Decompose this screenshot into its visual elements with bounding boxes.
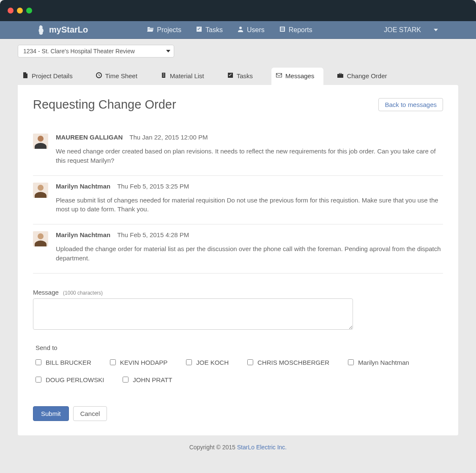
sendto-section: Send to BILL BRUCKER KEVIN HODAPP JOE KO… [33,344,443,383]
recipient-option[interactable]: Marilyn Nachtman [348,359,409,366]
project-select[interactable]: 1234 - St. Clare's Hospital Theater Revi… [18,45,174,57]
tab-tasks[interactable]: Tasks [223,68,262,85]
chevron-down-icon [434,29,438,31]
recipient-checkbox[interactable] [348,359,354,365]
clipboard-icon [160,72,167,80]
recipient-option[interactable]: JOHN PRATT [123,376,172,383]
message-item: MAUREEN GALLIGAN Thu Jan 22, 2015 12:00 … [33,127,443,176]
recipient-name: JOE KOCH [196,359,229,366]
messages-panel: Requesting Change Order Back to messages… [18,85,458,435]
nav-reports-label: Reports [289,26,312,34]
recipient-name: DOUG PERLOWSKI [46,376,104,383]
check-square-icon [196,26,202,34]
user-menu[interactable]: JOE STARK [384,26,438,34]
message-item: Marilyn Nachtman Thu Feb 5, 2015 3:25 PM… [33,176,443,225]
recipient-checkbox[interactable] [36,359,41,365]
nav-users-label: Users [247,26,265,34]
recipient-checkbox[interactable] [36,377,41,383]
submit-button[interactable]: Submit [33,406,69,421]
recipient-option[interactable]: BILL BRUCKER [36,359,91,366]
envelope-icon [276,72,282,80]
back-to-messages-button[interactable]: Back to messages [378,98,443,111]
nav-projects[interactable]: Projects [147,26,181,34]
footer-link[interactable]: StarLo Electric Inc. [237,444,287,451]
window-zoom-button[interactable] [26,8,32,14]
brand-logo-icon [38,25,45,35]
clock-icon [96,72,102,80]
briefcase-icon [337,72,344,80]
tab-project-details[interactable]: Project Details [18,68,82,85]
thread-title: Requesting Change Order [33,98,176,112]
message-text: Please submit list of changes needed for… [56,196,443,214]
tab-label: Material List [170,72,204,79]
tab-label: Tasks [237,72,253,79]
recipient-name: BILL BRUCKER [46,359,91,366]
tabs: Project Details Time Sheet Material List… [18,68,458,85]
message-author: MAUREEN GALLIGAN [56,134,123,141]
message-hint: (1000 characters) [63,290,103,296]
nav-projects-label: Projects [157,26,181,34]
current-user-label: JOE STARK [384,26,421,34]
tab-label: Time Sheet [105,72,137,79]
nav-tasks[interactable]: Tasks [196,26,223,34]
recipient-option[interactable]: JOE KOCH [186,359,229,366]
list-icon [279,26,286,34]
nav-reports[interactable]: Reports [279,26,312,34]
compose-area: Message (1000 characters) Send to BILL B… [33,289,443,421]
window-minimize-button[interactable] [17,8,23,14]
user-icon [237,26,244,34]
recipient-option[interactable]: KEVIN HODAPP [110,359,168,366]
tab-label: Change Order [347,72,387,79]
message-textarea[interactable] [33,298,353,330]
footer: Copyright © 2015 StarLo Electric Inc. [0,435,476,463]
message-text: Uploaded the change order for material l… [56,244,443,263]
tab-messages[interactable]: Messages [271,68,323,85]
navbar: myStarLo Projects Tasks Users Reports JO… [0,21,476,39]
message-timestamp: Thu Feb 5, 2015 3:25 PM [117,183,189,190]
recipient-checkbox[interactable] [247,359,253,365]
message-author: Marilyn Nachtman [56,183,110,190]
recipient-checkbox[interactable] [110,359,116,365]
avatar [33,134,48,149]
message-timestamp: Thu Jan 22, 2015 12:00 PM [129,134,208,141]
recipient-name: Marilyn Nachtman [358,359,409,366]
tab-change-order[interactable]: Change Order [333,68,396,85]
file-icon [22,72,29,80]
brand[interactable]: myStarLo [38,25,88,35]
nav-tasks-label: Tasks [205,26,223,34]
cancel-button[interactable]: Cancel [73,406,107,421]
message-author: Marilyn Nachtman [56,231,110,238]
chevron-down-icon [166,50,170,52]
recipient-option[interactable]: DOUG PERLOWSKI [36,376,104,383]
footer-prefix: Copyright © 2015 [189,444,237,451]
tab-material-list[interactable]: Material List [156,68,213,85]
project-select-label: 1234 - St. Clare's Hospital Theater Revi… [23,48,135,55]
message-label-text: Message [33,289,59,296]
brand-text: myStarLo [49,25,88,35]
recipient-checkbox[interactable] [186,359,192,365]
tab-label: Project Details [32,72,73,79]
window-titlebar [0,0,476,21]
message-timestamp: Thu Feb 5, 2015 4:28 PM [117,231,189,238]
message-field-label: Message (1000 characters) [33,289,443,296]
nav-users[interactable]: Users [237,26,265,34]
avatar [33,183,48,198]
tab-time-sheet[interactable]: Time Sheet [91,68,147,85]
recipient-name: KEVIN HODAPP [120,359,168,366]
recipient-checkbox[interactable] [123,377,129,383]
window-close-button[interactable] [8,8,14,14]
sendto-label: Send to [36,344,443,351]
recipient-option[interactable]: CHRIS MOSCHBERGER [247,359,329,366]
folder-open-icon [147,26,154,34]
message-item: Marilyn Nachtman Thu Feb 5, 2015 4:28 PM… [33,224,443,273]
recipient-name: CHRIS MOSCHBERGER [257,359,329,366]
message-text: We need change order created based on pl… [56,147,443,165]
avatar [33,231,48,246]
tab-label: Messages [285,72,314,79]
check-square-icon [227,72,234,80]
recipient-name: JOHN PRATT [133,376,172,383]
